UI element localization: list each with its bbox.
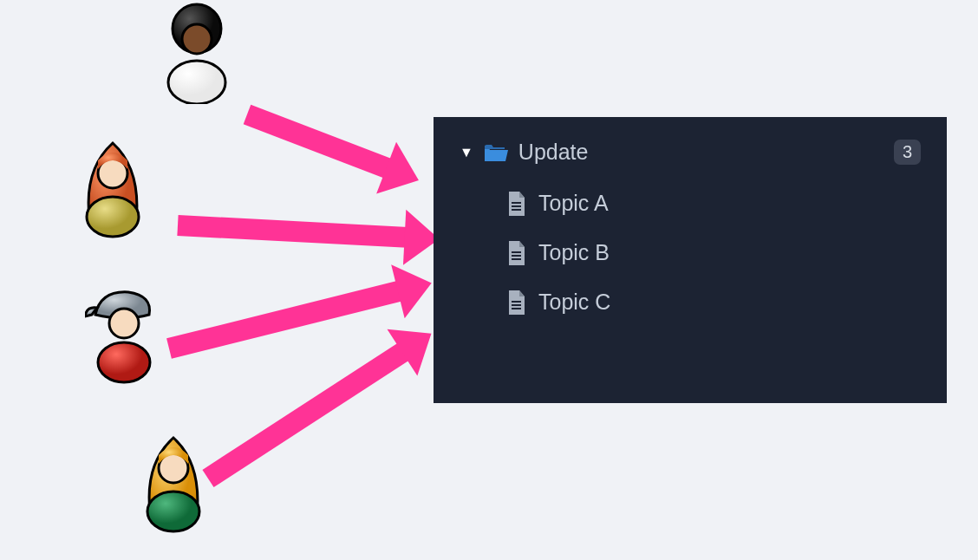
svg-point-2 xyxy=(182,24,212,54)
svg-rect-12 xyxy=(512,251,521,253)
svg-rect-10 xyxy=(512,205,521,207)
folder-label: Update xyxy=(518,140,883,165)
svg-point-5 xyxy=(98,342,150,382)
open-folder-icon xyxy=(484,142,508,163)
topic-label: Topic A xyxy=(538,191,609,216)
svg-rect-14 xyxy=(512,258,521,260)
folder-row[interactable]: ▼ Update 3 xyxy=(460,140,921,165)
svg-point-0 xyxy=(168,61,225,104)
topic-item[interactable]: Topic A xyxy=(460,191,921,216)
topic-label: Topic B xyxy=(538,240,610,265)
svg-point-7 xyxy=(147,492,199,531)
topic-item[interactable]: Topic C xyxy=(460,290,921,315)
topic-item[interactable]: Topic B xyxy=(460,240,921,265)
document-icon xyxy=(507,192,526,216)
svg-rect-9 xyxy=(512,202,521,204)
person-avatar-4 xyxy=(134,429,212,533)
folder-panel: ▼ Update 3 Topic A Topic B xyxy=(434,117,947,403)
arrow-icon xyxy=(244,105,397,180)
caret-down-icon: ▼ xyxy=(460,145,473,160)
svg-rect-16 xyxy=(512,304,521,306)
person-avatar-3 xyxy=(85,280,163,384)
svg-rect-11 xyxy=(512,209,521,211)
svg-rect-17 xyxy=(512,308,521,309)
person-avatar-2 xyxy=(74,134,152,238)
arrow-icon xyxy=(202,340,414,487)
arrow-icon xyxy=(177,215,412,248)
topic-label: Topic C xyxy=(538,290,610,315)
svg-point-3 xyxy=(87,197,139,237)
document-icon xyxy=(507,241,526,265)
arrow-icon xyxy=(166,280,407,359)
person-avatar-1 xyxy=(158,0,236,104)
svg-rect-15 xyxy=(512,301,521,303)
svg-point-6 xyxy=(109,309,139,338)
svg-rect-13 xyxy=(512,255,521,257)
count-badge: 3 xyxy=(894,140,921,165)
document-icon xyxy=(507,290,526,315)
